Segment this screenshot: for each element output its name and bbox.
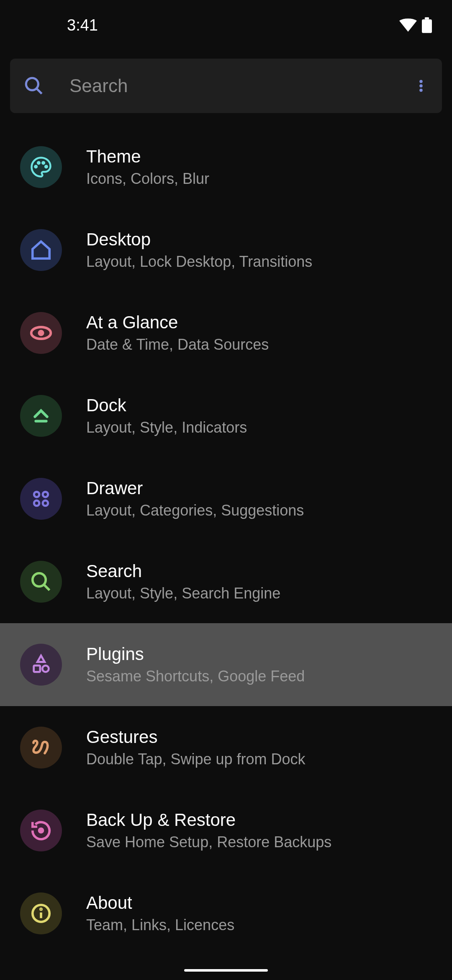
item-title: Theme bbox=[86, 147, 209, 167]
item-title: Gestures bbox=[86, 727, 306, 747]
item-title: Dock bbox=[86, 395, 247, 415]
more-vert-icon[interactable] bbox=[413, 78, 429, 93]
item-subtitle: Layout, Style, Indicators bbox=[86, 419, 247, 436]
svg-point-7 bbox=[35, 166, 37, 168]
item-title: At a Glance bbox=[86, 312, 269, 333]
status-time: 3:41 bbox=[67, 16, 98, 34]
status-bar: 3:41 bbox=[0, 0, 452, 50]
eye-icon bbox=[20, 312, 62, 354]
svg-point-26 bbox=[41, 909, 41, 910]
item-text: Search Layout, Style, Search Engine bbox=[86, 561, 280, 602]
svg-point-15 bbox=[43, 492, 48, 497]
item-title: Back Up & Restore bbox=[86, 810, 331, 830]
svg-line-19 bbox=[44, 585, 50, 591]
svg-point-8 bbox=[38, 162, 40, 164]
settings-item-search[interactable]: Search Layout, Style, Search Engine bbox=[0, 540, 452, 623]
chevron-up-icon bbox=[20, 395, 62, 437]
item-title: Search bbox=[86, 561, 280, 581]
status-icons bbox=[399, 17, 432, 33]
item-subtitle: Save Home Setup, Restore Backups bbox=[86, 833, 331, 851]
home-icon bbox=[20, 229, 62, 271]
settings-item-dock[interactable]: Dock Layout, Style, Indicators bbox=[0, 374, 452, 457]
svg-point-5 bbox=[419, 84, 423, 88]
svg-point-4 bbox=[419, 80, 423, 83]
settings-item-glance[interactable]: At a Glance Date & Time, Data Sources bbox=[0, 291, 452, 374]
settings-list: Theme Icons, Colors, Blur Desktop Layout… bbox=[0, 126, 452, 955]
settings-item-about[interactable]: About Team, Links, Licences bbox=[0, 872, 452, 955]
item-title: Desktop bbox=[86, 230, 312, 250]
item-text: At a Glance Date & Time, Data Sources bbox=[86, 312, 269, 353]
svg-line-3 bbox=[36, 88, 42, 94]
wifi-icon bbox=[399, 18, 417, 32]
navigation-bar-indicator[interactable] bbox=[184, 969, 268, 972]
search-icon bbox=[20, 561, 62, 603]
item-title: About bbox=[86, 893, 234, 913]
info-icon bbox=[20, 892, 62, 934]
svg-rect-21 bbox=[34, 665, 40, 672]
item-subtitle: Icons, Colors, Blur bbox=[86, 170, 209, 188]
item-text: Plugins Sesame Shortcuts, Google Feed bbox=[86, 644, 305, 685]
item-text: About Team, Links, Licences bbox=[86, 893, 234, 934]
item-subtitle: Team, Links, Licences bbox=[86, 916, 234, 934]
svg-point-22 bbox=[42, 665, 49, 672]
item-text: Back Up & Restore Save Home Setup, Resto… bbox=[86, 810, 331, 851]
item-subtitle: Layout, Categories, Suggestions bbox=[86, 502, 304, 519]
svg-point-18 bbox=[33, 573, 46, 587]
settings-item-gestures[interactable]: Gestures Double Tap, Swipe up from Dock bbox=[0, 706, 452, 789]
restore-icon bbox=[20, 810, 62, 851]
svg-point-23 bbox=[39, 829, 43, 833]
svg-point-9 bbox=[42, 162, 44, 164]
item-text: Drawer Layout, Categories, Suggestions bbox=[86, 478, 304, 519]
settings-item-desktop[interactable]: Desktop Layout, Lock Desktop, Transition… bbox=[0, 209, 452, 291]
item-text: Dock Layout, Style, Indicators bbox=[86, 395, 247, 436]
svg-point-12 bbox=[39, 331, 43, 335]
settings-item-drawer[interactable]: Drawer Layout, Categories, Suggestions bbox=[0, 457, 452, 540]
svg-point-10 bbox=[45, 166, 47, 168]
svg-point-2 bbox=[26, 78, 38, 90]
apps-icon bbox=[20, 478, 62, 520]
gesture-icon bbox=[20, 727, 62, 769]
item-subtitle: Layout, Style, Search Engine bbox=[86, 585, 280, 602]
item-text: Gestures Double Tap, Swipe up from Dock bbox=[86, 727, 306, 768]
svg-point-14 bbox=[34, 492, 39, 497]
item-subtitle: Sesame Shortcuts, Google Feed bbox=[86, 668, 305, 685]
shapes-icon bbox=[20, 644, 62, 686]
search-placeholder: Search bbox=[69, 75, 413, 96]
item-text: Theme Icons, Colors, Blur bbox=[86, 147, 209, 188]
settings-item-theme[interactable]: Theme Icons, Colors, Blur bbox=[0, 126, 452, 209]
search-bar[interactable]: Search bbox=[10, 59, 442, 113]
palette-icon bbox=[20, 146, 62, 188]
item-subtitle: Double Tap, Swipe up from Dock bbox=[86, 750, 306, 768]
item-subtitle: Date & Time, Data Sources bbox=[86, 336, 269, 353]
search-icon bbox=[23, 75, 44, 96]
svg-point-17 bbox=[43, 500, 48, 506]
svg-marker-20 bbox=[37, 655, 44, 662]
svg-rect-1 bbox=[422, 19, 432, 33]
item-text: Desktop Layout, Lock Desktop, Transition… bbox=[86, 230, 312, 271]
settings-item-plugins[interactable]: Plugins Sesame Shortcuts, Google Feed bbox=[0, 623, 452, 706]
battery-icon bbox=[422, 17, 432, 33]
item-title: Drawer bbox=[86, 478, 304, 498]
svg-point-16 bbox=[34, 500, 39, 506]
item-title: Plugins bbox=[86, 644, 305, 664]
svg-rect-0 bbox=[425, 17, 429, 19]
svg-point-6 bbox=[419, 89, 423, 92]
settings-item-backup[interactable]: Back Up & Restore Save Home Setup, Resto… bbox=[0, 789, 452, 872]
item-subtitle: Layout, Lock Desktop, Transitions bbox=[86, 253, 312, 271]
